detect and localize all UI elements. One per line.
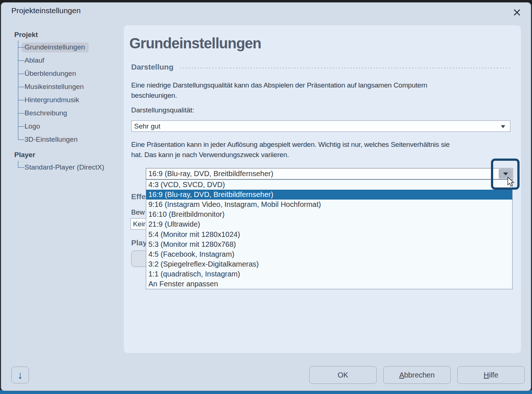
dropdown-option[interactable]: 5:3 (Monitor mit 1280x768) <box>146 239 512 249</box>
dropdown-option[interactable]: 4:3 (VCD, SVCD, DVD) <box>146 180 512 190</box>
sidebar-group-projekt: Projekt <box>14 30 124 40</box>
dropdown-option[interactable]: 9:16 (Instagram Video, Instagram, Mobil … <box>146 200 512 209</box>
aspect-dropdown-button[interactable] <box>499 169 512 179</box>
sidebar-tree: ProjektGrundeinstellungenAblaufÜberblend… <box>14 30 124 174</box>
sidebar-item-label: Musikeinstellungen <box>22 82 88 92</box>
section-darstellung-label: Darstellung <box>131 63 174 71</box>
close-button[interactable] <box>511 7 523 18</box>
help-button[interactable]: Hilfe <box>457 366 525 384</box>
page-title: Grundeinstellungen <box>129 35 261 52</box>
sidebar-item-standard-player-directx-[interactable]: Standard-Player (DirectX) <box>14 161 124 174</box>
sidebar-item-beschreibung[interactable]: Beschreibung <box>14 107 124 120</box>
tree-connector <box>14 41 25 54</box>
sidebar-item-label: Überblendungen <box>22 69 80 79</box>
aspect-paragraph-line1: Eine Präsentation kann in jeder Auflösun… <box>131 140 450 150</box>
main-panel: Grundeinstellungen Darstellung Eine nied… <box>124 25 521 353</box>
motion-label-partial: Bew <box>131 208 145 216</box>
aspect-dropdown-list: 4:3 (VCD, SVCD, DVD)16:9 (Blu-ray, DVD, … <box>146 179 513 289</box>
sidebar-item-logo[interactable]: Logo <box>14 120 124 133</box>
sidebar-item--berblendungen[interactable]: Überblendungen <box>14 67 124 80</box>
dropdown-option[interactable]: 5:4 (Monitor mit 1280x1024) <box>146 229 512 239</box>
quality-paragraph-line1: Eine niedrige Darstellungsqualität kann … <box>131 80 427 90</box>
sidebar-item-ablauf[interactable]: Ablauf <box>14 54 124 67</box>
tree-connector <box>14 120 25 133</box>
dropdown-option[interactable]: 1:1 (quadratisch, Instagram) <box>146 269 512 279</box>
tree-connector <box>14 161 25 174</box>
section-effekte-label-partial: Effe <box>131 192 146 201</box>
sidebar-group-player: Player <box>14 150 124 160</box>
dropdown-option[interactable]: 21:9 (Ultrawide) <box>146 219 512 229</box>
screen: Projekteinstellungen ProjektGrundeinstel… <box>0 0 532 394</box>
tree-connector <box>14 54 25 67</box>
sidebar-item-label: Grundeinstellungen <box>22 42 89 52</box>
quality-label: Darstellungsqualität: <box>131 106 194 114</box>
motion-combobox-value: Keir <box>133 220 145 228</box>
dropdown-option[interactable]: 16:10 (Breitbildmonitor) <box>146 209 512 219</box>
quality-combobox[interactable]: Sehr gut <box>131 120 510 132</box>
section-divider <box>180 67 511 68</box>
sidebar-item-grundeinstellungen[interactable]: Grundeinstellungen <box>14 41 124 54</box>
project-settings-dialog: Projekteinstellungen ProjektGrundeinstel… <box>1 2 531 391</box>
close-icon <box>513 8 521 16</box>
cancel-button[interactable]: Abbrechen <box>383 366 451 384</box>
arrow-down-icon: ↓ <box>18 369 23 381</box>
quality-paragraph-line2: beschleunigen. <box>131 90 177 101</box>
move-down-button[interactable]: ↓ <box>11 367 29 383</box>
sidebar-item-hintergrundmusik[interactable]: Hintergrundmusik <box>14 93 124 107</box>
section-player-label-partial: Play <box>131 238 147 247</box>
tree-connector <box>14 93 25 107</box>
sidebar-item-musikeinstellungen[interactable]: Musikeinstellungen <box>14 80 124 93</box>
tree-connector <box>14 107 25 120</box>
sidebar-item-3d-einstellungen[interactable]: 3D-Einstellungen <box>14 133 124 146</box>
tree-connector <box>14 67 25 80</box>
aspect-combobox[interactable]: 16:9 (Blu-ray, DVD, Breitbildfernseher) <box>146 168 513 179</box>
aspect-paragraph-line2: hat. Das kann je nach Verwendungszweck v… <box>131 150 289 160</box>
sidebar-item-label: 3D-Einstellungen <box>22 135 81 145</box>
sidebar-item-label: Beschreibung <box>22 108 71 118</box>
section-darstellung: Darstellung <box>131 63 511 71</box>
ok-button-label: OK <box>338 371 348 379</box>
dropdown-option[interactable]: An Fenster anpassen <box>146 279 512 289</box>
quality-combobox-value: Sehr gut <box>134 122 160 130</box>
sidebar-item-label: Hintergrundmusik <box>22 95 83 105</box>
tree-connector <box>14 133 25 146</box>
dropdown-option[interactable]: 16:9 (Blu-ray, DVD, Breitbildfernseher) <box>146 190 512 200</box>
help-button-label: Hilfe <box>484 371 498 379</box>
dropdown-option[interactable]: 4:5 (Facebook, Instagram) <box>146 249 512 259</box>
aspect-combobox-value: 16:9 (Blu-ray, DVD, Breitbildfernseher) <box>148 170 273 178</box>
sidebar-item-label: Ablauf <box>22 56 48 66</box>
chevron-down-icon <box>503 172 508 175</box>
sidebar-item-label: Standard-Player (DirectX) <box>22 163 108 172</box>
tree-connector <box>14 80 25 93</box>
ok-button[interactable]: OK <box>309 366 377 384</box>
chevron-down-icon <box>501 125 505 128</box>
sidebar-item-label: Logo <box>22 122 44 131</box>
dialog-title: Projekteinstellungen <box>11 6 81 15</box>
dropdown-option[interactable]: 3:2 (Spiegelreflex-Digitalkameras) <box>146 259 512 269</box>
cancel-button-label: Abbrechen <box>399 371 435 379</box>
